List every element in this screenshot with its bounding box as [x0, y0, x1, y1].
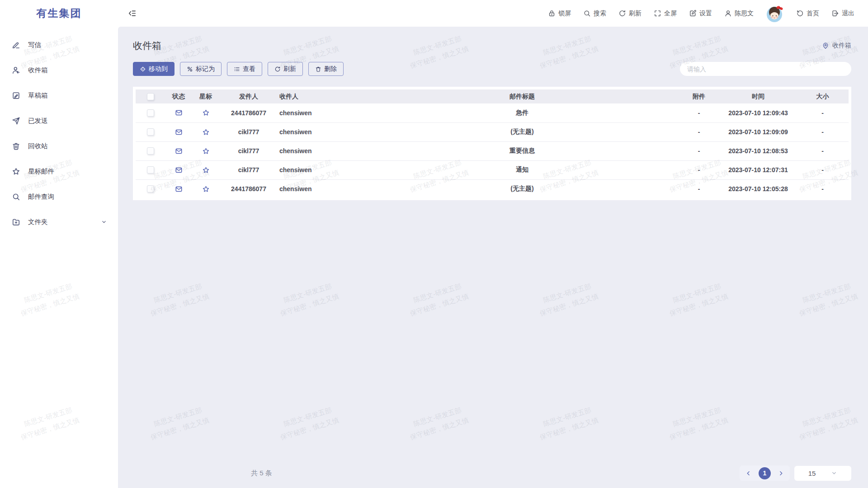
- chevron-down-icon: [831, 470, 837, 476]
- mail-search-icon: [12, 192, 20, 201]
- mail-filter-input[interactable]: [680, 62, 851, 76]
- star-toggle-icon[interactable]: [192, 147, 220, 155]
- column-header-subject: 邮件标题: [366, 89, 678, 103]
- mark-as-button[interactable]: 标记为: [180, 62, 222, 76]
- topbar-actions: 锁屏 搜索 刷新 全屏: [548, 5, 868, 23]
- mail-toolbar: 移动到 标记为 查看 刷新: [118, 52, 868, 76]
- logout-label: 退出: [842, 9, 854, 18]
- mark-as-label: 标记为: [196, 65, 215, 73]
- current-user-button[interactable]: 陈思文: [724, 9, 754, 18]
- settings-label: 设置: [699, 9, 712, 18]
- table-row[interactable]: cikl777 chensiwen (无主题) - 2023-07-10 12:…: [136, 122, 849, 141]
- brand-logo: 有生集团: [0, 6, 118, 20]
- cell-attachment: -: [678, 179, 720, 198]
- cell-time: 2023-07-10 12:08:53: [720, 141, 797, 160]
- star-toggle-icon[interactable]: [192, 128, 220, 136]
- lock-screen-button[interactable]: 锁屏: [548, 9, 571, 18]
- fullscreen-label: 全屏: [664, 9, 677, 18]
- logout-icon: [831, 9, 839, 17]
- cell-subject: 急件: [366, 103, 678, 122]
- folder-add-icon: [12, 218, 20, 226]
- cell-recipient: chensiwen: [278, 122, 366, 141]
- sidebar-item-starred[interactable]: 星标邮件: [0, 159, 118, 184]
- cell-sender: cikl777: [220, 122, 278, 141]
- total-count: 共 5 条: [251, 469, 272, 478]
- trash-icon: [12, 142, 20, 150]
- sidebar-item-label: 已发送: [28, 117, 107, 125]
- lock-icon: [548, 9, 556, 17]
- home-back-icon: [796, 9, 804, 17]
- breadcrumb: 收件箱: [822, 42, 851, 50]
- column-header-sender: 发件人: [220, 89, 278, 103]
- page-number-button[interactable]: 1: [759, 467, 771, 479]
- mail-status-icon: [165, 128, 192, 136]
- row-checkbox[interactable]: [147, 128, 154, 136]
- prev-page-button[interactable]: [745, 470, 752, 477]
- sidebar-item-trash[interactable]: 回收站: [0, 133, 118, 159]
- row-checkbox[interactable]: [147, 109, 154, 117]
- table-row[interactable]: cikl777 chensiwen 重要信息 - 2023-07-10 12:0…: [136, 141, 849, 160]
- view-list-icon: [234, 66, 240, 72]
- sidebar-item-label: 收件箱: [28, 66, 107, 75]
- refresh-list-button[interactable]: 刷新: [268, 62, 303, 76]
- sidebar-item-compose[interactable]: 写信: [0, 32, 118, 57]
- fullscreen-button[interactable]: 全屏: [654, 9, 677, 18]
- logout-button[interactable]: 退出: [831, 9, 854, 18]
- sidebar-collapse-button[interactable]: [128, 9, 137, 18]
- column-header-status: 状态: [165, 89, 192, 103]
- home-button[interactable]: 首页: [796, 9, 819, 18]
- cell-attachment: -: [678, 122, 720, 141]
- sidebar-item-folders[interactable]: 文件夹: [0, 209, 118, 235]
- next-page-button[interactable]: [778, 470, 784, 477]
- cell-sender: 2441786077: [220, 103, 278, 122]
- cell-sender: cikl777: [220, 160, 278, 179]
- star-icon: [12, 167, 20, 176]
- avatar[interactable]: [766, 5, 784, 23]
- row-checkbox[interactable]: [147, 147, 154, 155]
- column-header-star: 星标: [192, 89, 220, 103]
- view-button[interactable]: 查看: [227, 62, 262, 76]
- star-toggle-icon[interactable]: [192, 166, 220, 174]
- settings-edit-icon: [689, 9, 697, 17]
- sidebar: 写信 收件箱 草稿箱 已发送: [0, 27, 118, 488]
- cell-subject: (无主题): [366, 179, 678, 198]
- row-checkbox[interactable]: [147, 185, 154, 192]
- table-row[interactable]: 2441786077 chensiwen 急件 - 2023-07-10 12:…: [136, 103, 849, 122]
- sidebar-item-inbox[interactable]: 收件箱: [0, 57, 118, 83]
- sidebar-item-drafts[interactable]: 草稿箱: [0, 83, 118, 108]
- collapse-menu-icon: [128, 9, 137, 18]
- delete-button[interactable]: 删除: [308, 62, 344, 76]
- star-toggle-icon[interactable]: [192, 109, 220, 117]
- page-size-select[interactable]: 15: [794, 466, 851, 481]
- sidebar-item-label: 写信: [28, 41, 107, 49]
- global-search-label: 搜索: [594, 9, 606, 18]
- cell-subject: 重要信息: [366, 141, 678, 160]
- table-row[interactable]: cikl777 chensiwen 通知 - 2023-07-10 12:07:…: [136, 160, 849, 179]
- row-checkbox[interactable]: [147, 166, 154, 174]
- mail-table-container: 状态 星标 发件人 收件人 邮件标题 附件 时间 大小 2441786077 c…: [133, 87, 851, 200]
- view-label: 查看: [243, 65, 255, 73]
- lock-screen-label: 锁屏: [558, 9, 571, 18]
- star-toggle-icon[interactable]: [192, 185, 220, 193]
- cell-attachment: -: [678, 160, 720, 179]
- sidebar-item-mail-search[interactable]: 邮件查询: [0, 184, 118, 209]
- fullscreen-icon: [654, 9, 661, 17]
- cell-sender: 2441786077: [220, 179, 278, 198]
- sidebar-item-sent[interactable]: 已发送: [0, 108, 118, 133]
- page-refresh-button[interactable]: 刷新: [618, 9, 642, 18]
- table-header-row: 状态 星标 发件人 收件人 邮件标题 附件 时间 大小: [136, 89, 849, 103]
- drafts-icon: [12, 91, 20, 100]
- page-refresh-label: 刷新: [629, 9, 642, 18]
- mark-as-icon: [187, 66, 193, 72]
- inbox-icon: [12, 66, 20, 75]
- cell-subject: 通知: [366, 160, 678, 179]
- table-row[interactable]: 2441786077 chensiwen (无主题) - 2023-07-10 …: [136, 179, 849, 198]
- settings-button[interactable]: 设置: [689, 9, 712, 18]
- global-search-button[interactable]: 搜索: [583, 9, 606, 18]
- move-to-button[interactable]: 移动到: [133, 62, 175, 76]
- mail-status-icon: [165, 166, 192, 174]
- refresh-list-label: 刷新: [283, 65, 296, 73]
- select-all-checkbox[interactable]: [147, 93, 154, 100]
- topbar: 有生集团 锁屏 搜索: [0, 0, 868, 27]
- cell-size: -: [797, 122, 849, 141]
